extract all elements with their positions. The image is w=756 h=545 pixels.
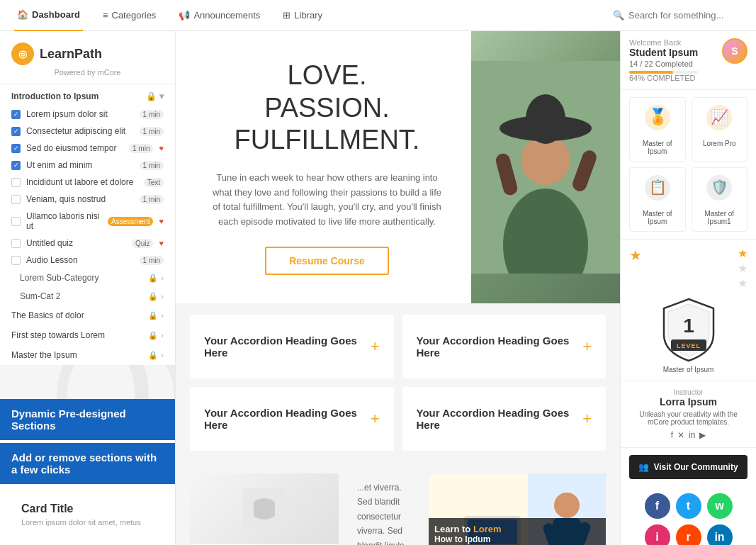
youtube-icon[interactable]: ▶ (699, 430, 706, 440)
nav-dashboard[interactable]: 🏠 Dashboard (14, 0, 83, 31)
checkbox-8[interactable] (11, 239, 21, 248)
lock-icon-sub2: 🔒 (148, 292, 158, 301)
top-navigation: 🏠 Dashboard ≡ Categories 📢 Announcements… (0, 0, 756, 31)
sidebar-sub-lorem[interactable]: Lorem Sub-Category 🔒 › (0, 269, 175, 287)
nav-categories[interactable]: ≡ Categories (100, 0, 159, 31)
sidebar-item-1[interactable]: Lorem ipsum dolor sit 1 min (0, 106, 175, 123)
accordion-card-1[interactable]: Your Accordion Heading Goes Here + (190, 315, 394, 378)
svg-point-4 (526, 94, 565, 144)
video-subtitle: How to Ipdum (434, 534, 600, 544)
svg-point-11 (554, 493, 580, 518)
course-card-1[interactable]: Card Title Lorem ipsum dolor sit amet, m… (190, 473, 339, 545)
progress-line: 14 / 22 Completed (629, 60, 698, 68)
facebook-icon[interactable]: f (671, 430, 673, 440)
badge-icon-4: 🛡️ (705, 174, 733, 207)
accordion-plus-icon-4: + (582, 410, 592, 428)
sidebar-item-9[interactable]: Audio Lesson 1 min (0, 252, 175, 269)
sidebar-cat-basics[interactable]: The Basics of dolor 🔒 › (0, 305, 175, 325)
avatar: S (722, 38, 747, 64)
sidebar-item-2[interactable]: Consectetur adipiscing elit 1 min (0, 123, 175, 140)
social-reddit[interactable]: r (676, 524, 701, 545)
sidebar-item-5[interactable]: Incididunt ut labore et dolore Text (0, 174, 175, 191)
twitter-icon[interactable]: ✕ (677, 430, 684, 440)
stars-column: ★ ★ ★ (738, 247, 747, 290)
sidebar-sub-sumcat[interactable]: Sum-Cat 2 🔒 › (0, 287, 175, 305)
sidebar-item-8[interactable]: Untitled quiz Quiz ♥ (0, 235, 175, 252)
badge-icon-2: 📈 (705, 103, 733, 137)
rp-achievement: ★ ★ ★ ★ 1 LEVEL Master of Ipsum (621, 240, 756, 381)
checkbox-5[interactable] (11, 178, 21, 187)
rp-welcome-row: Welcome Back Student Ipsum 14 / 22 Compl… (629, 38, 747, 82)
hero-text: LOVE. PASSION. FULFILLMENT. Tune in each… (176, 31, 471, 303)
accordion-plus-icon-1: + (371, 337, 380, 356)
social-facebook[interactable]: f (645, 493, 670, 519)
library-icon: ⊞ (283, 10, 290, 21)
hero-title: LOVE. PASSION. FULFILLMENT. (211, 60, 443, 157)
achievement-label: Master of Ipsum (663, 366, 714, 373)
checkbox-9[interactable] (11, 256, 21, 265)
star-filled-icon: ★ (629, 247, 642, 264)
social-linkedin[interactable]: in (707, 524, 733, 545)
resume-course-button[interactable]: Resume Course (265, 247, 389, 275)
heart-icon-8: ♥ (159, 239, 164, 247)
svg-text:1: 1 (683, 315, 694, 337)
section-title: Introduction to Ipsum (11, 91, 98, 101)
chevron-down-icon: ▾ (159, 91, 164, 101)
checkbox-3[interactable] (11, 144, 21, 153)
accordion-card-4[interactable]: Your Accordion Heading Goes Here + (402, 387, 607, 451)
arrow-icon-cat1: › (161, 311, 164, 320)
progress-percent-text: 64% COMPLETED (629, 74, 698, 82)
banner-dynamic-sections[interactable]: Dynamic Pre-designed Sections (0, 399, 175, 440)
checkbox-4[interactable] (11, 161, 21, 170)
social-instagram[interactable]: i (645, 524, 670, 545)
accordion-card-3[interactable]: Your Accordion Heading Goes Here + (190, 387, 394, 451)
nav-announcements[interactable]: 📢 Announcements (176, 0, 263, 31)
sidebar-section-header: Introduction to Ipsum 🔒 ▾ (0, 84, 175, 106)
sidebar-powered-by: Powered by mCore (0, 68, 175, 84)
heart-icon-3: ♥ (159, 144, 164, 152)
sidebar-item-6[interactable]: Veniam, quis nostrud 1 min (0, 191, 175, 208)
banner-add-sections[interactable]: Add or remove sections with a few clicks (0, 443, 175, 484)
checkbox-2[interactable] (11, 127, 21, 136)
nav-library[interactable]: ⊞ Library (280, 0, 325, 31)
right-panel: Welcome Back Student Ipsum 14 / 22 Compl… (620, 31, 756, 545)
heart-icon-7: ♥ (159, 217, 164, 225)
arrow-icon-cat2: › (161, 331, 164, 340)
badge-icon-3: 📋 (643, 174, 672, 207)
svg-text:📋: 📋 (648, 179, 666, 196)
svg-text:🛡️: 🛡️ (711, 179, 728, 196)
sidebar-cat-firststep[interactable]: First step towards Lorem 🔒 › (0, 325, 175, 345)
community-button[interactable]: 👥 Visit Our Community (629, 455, 747, 479)
bottom-card-area: Card Title Lorem ipsum dolor sit amet, m… (0, 484, 175, 545)
svg-text:📈: 📈 (711, 108, 728, 125)
checkbox-7[interactable] (11, 217, 21, 226)
instructor-label: Instructor (629, 388, 747, 396)
search-area: 🔍 (613, 10, 742, 21)
sidebar: ◎ LearnPath Powered by mCore Introductio… (0, 31, 176, 545)
linkedin-icon[interactable]: in (689, 430, 695, 440)
sidebar-item-7[interactable]: Ullamco laboris nisi ut Assessment ♥ (0, 208, 175, 235)
sidebar-item-4[interactable]: Ut enim ad minim 1 min (0, 157, 175, 174)
star-1: ★ (738, 247, 747, 260)
accordion-card-2[interactable]: Your Accordion Heading Goes Here + (402, 315, 607, 378)
rp-badges-grid: 🏅 Master of Ipsum 📈 Lorem Pro (621, 90, 756, 240)
video-thumbnail[interactable]: Learn to Lorem How to Ipdum Lorem ipsum … (429, 473, 606, 545)
bottom-card-text: Lorem ipsum dolor sit amet, metus (21, 518, 150, 527)
announcements-icon: 📢 (179, 10, 190, 21)
checkbox-1[interactable] (11, 110, 21, 119)
video-overlay: Learn to Lorem How to Ipdum Lorem ipsum … (429, 518, 606, 545)
sidebar-cat-master[interactable]: Master the Ipsum 🔒 › (0, 345, 175, 365)
search-input[interactable] (628, 10, 742, 21)
sidebar-item-3[interactable]: Sed do eiusmod tempor 1 min ♥ (0, 140, 175, 157)
social-twitter[interactable]: t (676, 493, 701, 519)
badge-card-1: 🏅 Master of Ipsum (629, 97, 686, 162)
text-excerpt: ...et viverra. Sed blandit consectetur v… (350, 473, 417, 545)
social-whatsapp[interactable]: w (707, 493, 733, 519)
checkbox-6[interactable] (11, 195, 21, 204)
arrow-icon-sub2: › (161, 292, 164, 301)
star-3: ★ (738, 276, 747, 290)
badge-card-2: 📈 Lorem Pro (692, 97, 748, 162)
star-2: ★ (738, 262, 747, 275)
rp-welcome-info: Welcome Back Student Ipsum 14 / 22 Compl… (629, 38, 698, 82)
svg-text:LEVEL: LEVEL (676, 342, 700, 349)
